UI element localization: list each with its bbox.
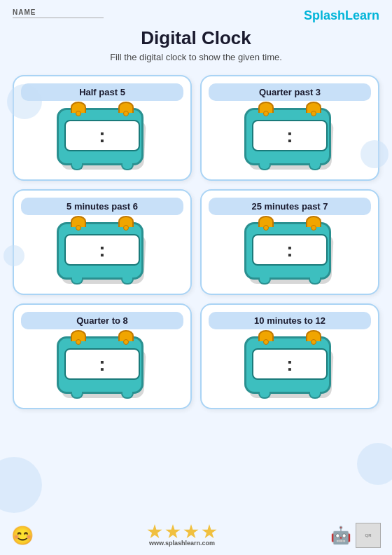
foot-left xyxy=(71,163,83,170)
clock-bells xyxy=(71,330,134,341)
star-2 xyxy=(165,524,181,540)
clock-screen[interactable]: : xyxy=(64,348,140,380)
cards-grid: Half past 5 : Quarter past 3 xyxy=(0,65,392,419)
page-subtitle: Fill the digital clock to show the given… xyxy=(0,52,392,62)
card-2: 5 minutes past 6 : xyxy=(13,189,192,295)
clock-screen[interactable]: : xyxy=(64,234,140,266)
bell-right xyxy=(306,102,321,113)
bell-left xyxy=(71,330,86,341)
card-label-0: Half past 5 xyxy=(21,83,183,101)
card-label-1: Quarter past 3 xyxy=(209,83,371,101)
foot-left xyxy=(71,278,83,285)
clock-body: : xyxy=(57,108,144,165)
page-title: Digital Clock xyxy=(0,27,392,49)
header: NAME SplashLearn xyxy=(0,0,392,23)
clock-body: : xyxy=(244,108,331,165)
card-label-4: Quarter to 8 xyxy=(21,312,183,329)
logo-splash: Splash xyxy=(304,8,345,22)
bell-left xyxy=(258,216,274,227)
card-label-2: 5 minutes past 6 xyxy=(21,198,183,215)
clock-feet xyxy=(258,392,321,399)
footer-right: 🤖 QR xyxy=(330,523,381,548)
bell-left xyxy=(258,330,274,341)
footer-url: www.splashlearn.com xyxy=(149,540,215,547)
foot-right xyxy=(121,278,134,285)
clock-wrap-2: : xyxy=(57,222,148,285)
card-0: Half past 5 : xyxy=(13,75,192,181)
card-label-3: 25 minutes past 7 xyxy=(209,198,371,215)
clock-colon: : xyxy=(99,125,105,147)
clock-bells xyxy=(71,102,134,113)
clock-bells xyxy=(258,330,321,341)
card-5: 10 minutes to 12 : xyxy=(200,303,379,409)
bell-right xyxy=(306,330,321,341)
clock-colon: : xyxy=(99,353,105,376)
footer: 😊 www.splashlearn.com 🤖 QR xyxy=(0,523,392,548)
clock-feet xyxy=(258,163,321,170)
clock-colon: : xyxy=(286,125,293,147)
clock-body: : xyxy=(57,336,144,394)
clock-feet xyxy=(71,278,134,285)
clock-colon: : xyxy=(286,239,293,261)
bell-right xyxy=(118,216,134,227)
clock-wrap-5: : xyxy=(244,336,335,399)
foot-right xyxy=(309,163,321,170)
bell-left xyxy=(71,216,86,227)
clock-body: : xyxy=(244,222,331,280)
clock-feet xyxy=(71,163,134,170)
bell-right xyxy=(118,330,134,341)
star-4 xyxy=(202,524,217,540)
foot-left xyxy=(258,278,271,285)
footer-stars xyxy=(147,524,217,540)
name-underline xyxy=(13,18,104,18)
clock-bells xyxy=(258,102,321,113)
clock-screen[interactable]: : xyxy=(64,120,140,151)
foot-left xyxy=(258,163,271,170)
qr-code: QR xyxy=(356,523,381,548)
card-4: Quarter to 8 : xyxy=(13,303,192,409)
clock-feet xyxy=(71,392,134,399)
footer-mascot: 🤖 xyxy=(330,526,351,545)
star-1 xyxy=(147,524,162,540)
clock-body: : xyxy=(57,222,144,280)
clock-colon: : xyxy=(286,353,293,376)
card-3: 25 minutes past 7 : xyxy=(200,189,379,295)
clock-body: : xyxy=(244,336,331,394)
clock-colon: : xyxy=(99,239,105,261)
foot-right xyxy=(121,392,134,399)
logo: SplashLearn xyxy=(304,8,379,23)
footer-center: www.splashlearn.com xyxy=(147,524,217,547)
clock-bells xyxy=(258,216,321,227)
clock-wrap-4: : xyxy=(57,336,148,399)
foot-left xyxy=(258,392,271,399)
clock-screen[interactable]: : xyxy=(252,120,328,151)
clock-screen[interactable]: : xyxy=(252,348,328,380)
card-label-5: 10 minutes to 12 xyxy=(209,312,371,329)
footer-smiley: 😊 xyxy=(11,525,34,547)
bell-right xyxy=(118,102,134,113)
clock-wrap-0: : xyxy=(57,108,148,171)
name-label: NAME xyxy=(13,8,104,16)
clock-wrap-3: : xyxy=(244,222,335,285)
bell-right xyxy=(306,216,321,227)
clock-bells xyxy=(71,216,134,227)
bell-left xyxy=(71,102,86,113)
bell-left xyxy=(258,102,274,113)
foot-right xyxy=(121,163,134,170)
card-1: Quarter past 3 : xyxy=(200,75,379,181)
logo-learn: Learn xyxy=(345,8,379,22)
star-3 xyxy=(183,524,199,540)
clock-wrap-1: : xyxy=(244,108,335,171)
foot-right xyxy=(309,278,321,285)
clock-feet xyxy=(258,278,321,285)
name-section: NAME xyxy=(13,8,104,18)
foot-right xyxy=(309,392,321,399)
clock-screen[interactable]: : xyxy=(252,234,328,266)
foot-left xyxy=(71,392,83,399)
